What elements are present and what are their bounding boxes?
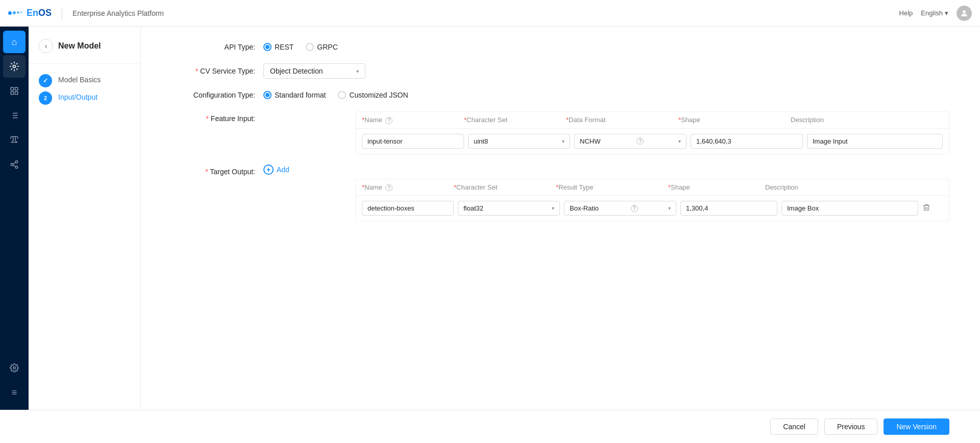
target-output-table: *Name ? *Character Set *Result Type *Sha… <box>355 179 949 222</box>
user-avatar[interactable] <box>957 6 972 21</box>
svg-point-0 <box>963 10 966 13</box>
sidebar-icon-settings[interactable] <box>3 357 26 379</box>
step-1-label: Model Basics <box>58 74 101 84</box>
footer: Cancel Previous New Version <box>0 410 980 443</box>
to-col-result-type: *Result Type <box>556 183 668 192</box>
radio-customized[interactable] <box>338 91 346 99</box>
fi-col-shape: *Shape <box>678 116 791 124</box>
svg-line-16 <box>13 162 15 164</box>
svg-point-1 <box>13 65 16 68</box>
header-right: Help English ▾ <box>899 6 972 21</box>
api-type-grpc[interactable]: GRPC <box>306 43 337 51</box>
steps: ✓ Model Basics 2 Input/Output <box>29 64 140 119</box>
config-standard[interactable]: Standard format <box>263 91 326 99</box>
step-2: 2 Input/Output <box>39 91 130 105</box>
to-charset-select[interactable]: float32 ▾ <box>458 201 560 216</box>
radio-standard[interactable] <box>263 91 272 99</box>
fi-col-desc: Description <box>791 116 943 124</box>
svg-rect-4 <box>11 92 13 95</box>
header: EnOS Enterprise Analytics Platform Help … <box>0 0 980 27</box>
svg-point-13 <box>11 164 13 166</box>
delete-row-button[interactable] <box>922 203 943 214</box>
target-output-label: * Target Output: <box>172 165 263 176</box>
svg-line-15 <box>13 165 15 167</box>
language-button[interactable]: English ▾ <box>921 9 948 17</box>
fi-col-charset: *Character Set <box>464 116 566 124</box>
radio-grpc[interactable] <box>306 43 314 51</box>
to-name-input[interactable] <box>362 201 454 216</box>
add-output-button[interactable]: + Add <box>263 165 949 175</box>
fi-format-help-icon[interactable]: ? <box>636 137 644 145</box>
logo-circle-3 <box>17 11 19 14</box>
back-button[interactable]: ‹ <box>39 39 53 53</box>
fi-desc-input[interactable] <box>807 134 943 149</box>
config-customized[interactable]: Customized JSON <box>338 91 408 99</box>
config-type-radio-group: Standard format Customized JSON <box>263 91 408 99</box>
header-divider <box>62 7 62 19</box>
target-output-header: *Name ? *Character Set *Result Type *Sha… <box>356 179 949 196</box>
to-result-help-icon[interactable]: ? <box>631 205 638 212</box>
left-nav: ‹ New Model ✓ Model Basics 2 Input/Outpu… <box>29 27 141 410</box>
add-icon: + <box>263 165 274 175</box>
feature-input-table: *Name ? *Character Set *Data Format *Sha… <box>355 111 949 154</box>
api-type-label: API Type: <box>172 43 263 51</box>
sidebar-icon-data[interactable] <box>3 104 26 127</box>
fi-format-select[interactable]: NCHW ? ▾ <box>574 134 687 149</box>
to-col-name: *Name ? <box>362 183 454 192</box>
api-type-radio-group: REST GRPC <box>263 43 338 51</box>
logo-circles <box>8 11 22 15</box>
radio-rest[interactable] <box>263 43 272 51</box>
fi-name-input[interactable] <box>362 134 464 149</box>
chevron-down-icon: ▾ <box>356 68 359 74</box>
svg-point-12 <box>15 161 18 164</box>
previous-button[interactable]: Previous <box>824 418 877 435</box>
step-2-circle: 2 <box>39 91 52 105</box>
page-title: New Model <box>58 41 101 51</box>
name-help-icon[interactable]: ? <box>385 117 393 124</box>
to-result-type-select[interactable]: Box-Ratio ? ▾ <box>564 201 676 216</box>
header-left: EnOS Enterprise Analytics Platform <box>8 7 164 19</box>
feature-input-header: *Name ? *Character Set *Data Format *Sha… <box>356 112 949 129</box>
sidebar-icon-menu[interactable]: ≡ <box>3 381 26 404</box>
step-2-label: Input/Output <box>58 91 97 101</box>
to-col-charset: *Character Set <box>454 183 556 192</box>
cancel-button[interactable]: Cancel <box>770 418 818 435</box>
step-1-circle: ✓ <box>39 74 52 87</box>
fi-charset-chevron: ▾ <box>562 138 565 144</box>
feature-input-label: * Feature Input: <box>172 111 263 123</box>
target-output-row: * Target Output: + Add *Name ? *Characte… <box>172 165 949 222</box>
sidebar-icon-dashboard[interactable] <box>3 80 26 102</box>
logo-circle-4 <box>20 11 22 13</box>
fi-charset-select[interactable]: uint8 ▾ <box>468 134 570 149</box>
to-desc-input[interactable] <box>781 201 918 216</box>
feature-input-section: *Name ? *Character Set *Data Format *Sha… <box>263 111 949 154</box>
configuration-type-row: Configuration Type: Standard format Cust… <box>172 91 949 99</box>
fi-shape-input[interactable] <box>691 134 803 149</box>
svg-rect-2 <box>11 87 13 90</box>
fi-col-format: *Data Format <box>566 116 678 124</box>
to-charset-chevron: ▾ <box>552 205 554 211</box>
help-button[interactable]: Help <box>899 9 913 17</box>
content-area: API Type: REST GRPC * CV Service Type: O… <box>141 27 980 410</box>
sidebar-icon-home[interactable]: ⌂ <box>3 31 26 53</box>
page-title-bar: ‹ New Model <box>29 35 140 64</box>
cv-service-type-select[interactable]: Object Detection ▾ <box>263 63 365 79</box>
sidebar-icon-lab[interactable] <box>3 129 26 151</box>
to-shape-input[interactable] <box>680 201 777 216</box>
step-1: ✓ Model Basics <box>39 74 130 87</box>
sidebar-icon-model[interactable] <box>3 55 26 78</box>
to-col-desc: Description <box>765 183 922 192</box>
sidebar-icon-network[interactable] <box>3 153 26 176</box>
logo-circle-2 <box>13 11 16 14</box>
api-type-rest[interactable]: REST <box>263 43 293 51</box>
feature-input-data-row: uint8 ▾ NCHW ? ▾ <box>356 129 949 154</box>
cv-service-type-label: * CV Service Type: <box>172 67 263 75</box>
logo: EnOS <box>8 8 52 18</box>
target-output-section: + Add *Name ? *Character Set *Result Typ… <box>263 165 949 222</box>
new-version-button[interactable]: New Version <box>884 418 949 435</box>
configuration-type-label: Configuration Type: <box>172 91 263 99</box>
feature-input-row: * Feature Input: *Name ? *Character Set … <box>172 111 949 154</box>
target-output-data-row: float32 ▾ Box-Ratio ? ▾ <box>356 196 949 221</box>
svg-point-17 <box>13 367 16 369</box>
to-name-help-icon[interactable]: ? <box>385 184 393 191</box>
